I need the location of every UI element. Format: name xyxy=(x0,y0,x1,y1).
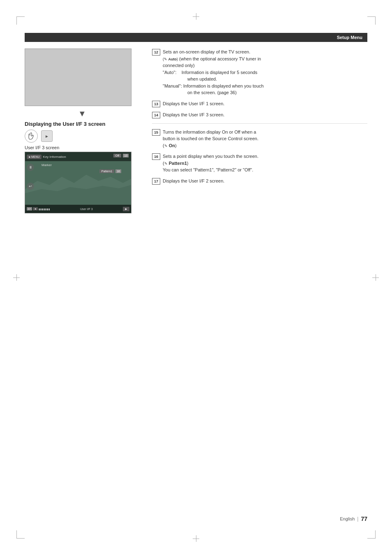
item-number-16: 16 xyxy=(152,153,160,160)
item-15-line3: (✎ On) xyxy=(163,142,367,149)
screen-simulation: ►MENU Key Information Off 13 Marker Patt… xyxy=(25,152,131,213)
item-content-12: Sets an on-screen display of the TV scre… xyxy=(163,49,367,96)
section-divider-1 xyxy=(152,123,367,124)
screen-forward-btn: ► xyxy=(123,207,129,211)
item-12-line1: Sets an on-screen display of the TV scre… xyxy=(163,49,367,56)
footer: English | 77 xyxy=(25,516,367,522)
corner-mark-tl xyxy=(16,16,25,25)
item-14-line1: Displays the User I/F 3 screen. xyxy=(163,111,367,118)
item-12-line6: "Manual": Information is displayed when … xyxy=(163,83,367,90)
screen-dots: ▮▮▮▮▮▮▮ xyxy=(39,208,50,210)
numbered-item-15: 15 Turns the information display On or O… xyxy=(152,129,367,149)
item-12-line7: on the screen. (page 36) xyxy=(163,89,367,96)
corner-mark-tr xyxy=(367,16,376,25)
play-button[interactable]: ► xyxy=(41,130,53,142)
item-16-line1: Sets a point display when you touch the … xyxy=(163,153,367,160)
corner-mark-br xyxy=(367,530,376,539)
item-15-line2: button is touched on the Source Control … xyxy=(163,135,367,142)
crosshair-top xyxy=(193,13,199,20)
right-section: 12 Sets an on-screen display of the TV s… xyxy=(152,49,367,189)
footer-page-number: 77 xyxy=(361,516,367,522)
screen-side-icons: ⏸ ↩ xyxy=(27,164,34,190)
down-arrow: ▼ xyxy=(25,109,140,118)
item-number-12: 12 xyxy=(152,49,160,56)
screen-marker-row: Marker xyxy=(25,162,131,167)
screen-top-bar: ►MENU Key Information Off 13 xyxy=(25,152,131,161)
item-15-line1: Turns the information display On or Off … xyxy=(163,129,367,136)
uif3-label: User I/F 3 screen xyxy=(25,145,140,150)
section-title: Displaying the User I/F 3 screen xyxy=(25,121,140,127)
footer-language: English xyxy=(340,516,355,521)
item-16-line2: (✎ Pattern1) xyxy=(163,160,367,167)
item-13-line1: Displays the User I/F 1 screen. xyxy=(163,100,367,107)
footer-separator: | xyxy=(357,516,358,522)
numbered-item-13: 13 Displays the User I/F 1 screen. xyxy=(152,100,367,107)
header-bar: Setup Menu xyxy=(25,33,367,42)
item-content-13: Displays the User I/F 1 screen. xyxy=(163,100,367,107)
item-12-line4: "Auto": Information is displayed for 5 s… xyxy=(163,69,367,76)
header-title: Setup Menu xyxy=(337,35,362,40)
numbered-item-14: 14 Displays the User I/F 3 screen. xyxy=(152,111,367,118)
crosshair-bottom xyxy=(193,535,199,542)
numbered-item-17: 17 Displays the User I/F 2 screen. xyxy=(152,178,367,185)
screen-bg-svg xyxy=(25,169,131,206)
item-number-17: 17 xyxy=(152,178,160,185)
item-content-14: Displays the User I/F 3 screen. xyxy=(163,111,367,118)
screen-uif3-text: User I/F 3 xyxy=(51,208,122,210)
display-box xyxy=(25,49,131,106)
item-content-17: Displays the User I/F 2 screen. xyxy=(163,178,367,185)
corner-mark-bl xyxy=(16,530,25,539)
screen-bottom-bar: 17 ◄ ▮▮▮▮▮▮▮ User I/F 3 ► xyxy=(25,205,131,213)
item-number-15: 15 xyxy=(152,129,160,136)
screen-key-info: Key Information xyxy=(43,155,66,159)
screen-back-btn: ◄ xyxy=(33,207,38,210)
screen-off-btn: Off xyxy=(113,154,121,157)
crosshair-right xyxy=(372,274,379,281)
crosshair-left xyxy=(13,274,20,281)
left-section: ▼ Displaying the User I/F 3 screen ► Use… xyxy=(25,49,140,213)
item-content-16: Sets a point display when you touch the … xyxy=(163,153,367,173)
item-16-line3: You can select "Pattern1", "Pattern2" or… xyxy=(163,166,367,173)
screen-marker-label: Marker xyxy=(42,163,52,167)
screen-num17-badge: 17 xyxy=(27,207,32,210)
item-content-15: Turns the information display On or Off … xyxy=(163,129,367,149)
item-12-line3: connected only) xyxy=(163,62,367,69)
item-12-line2: (✎ Auto) (when the optional accessory TV… xyxy=(163,56,367,62)
gesture-icon xyxy=(25,130,38,143)
item-number-13: 13 xyxy=(152,101,160,107)
screen-num13: 13 xyxy=(123,154,129,157)
numbered-item-16: 16 Sets a point display when you touch t… xyxy=(152,153,367,173)
item-number-14: 14 xyxy=(152,112,160,118)
item-12-line5: when updated. xyxy=(163,76,367,83)
item-17-line1: Displays the User I/F 2 screen. xyxy=(163,178,367,185)
screen-menu-btn: ►MENU xyxy=(27,155,42,159)
uif3-icon-row: ► xyxy=(25,130,140,143)
numbered-item-12: 12 Sets an on-screen display of the TV s… xyxy=(152,49,367,96)
